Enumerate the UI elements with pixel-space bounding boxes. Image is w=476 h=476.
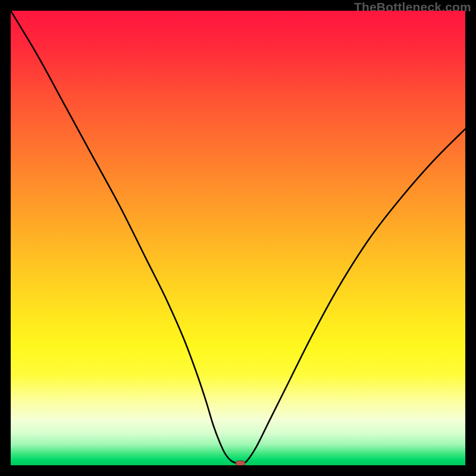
- chart-stage: TheBottleneck.com: [0, 0, 476, 476]
- plot-area: [11, 11, 465, 465]
- curve-path: [11, 11, 465, 464]
- bottleneck-curve: [11, 11, 465, 465]
- bottleneck-marker: [236, 461, 245, 465]
